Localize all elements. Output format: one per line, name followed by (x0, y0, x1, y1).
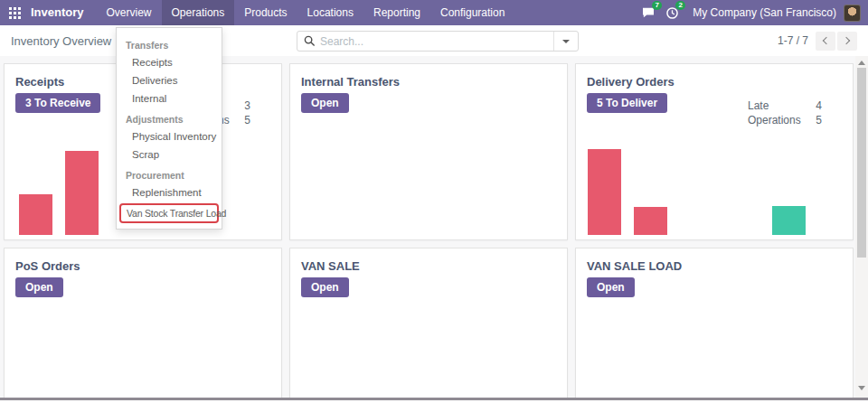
chart-bar (588, 149, 621, 235)
top-navbar: Inventory Overview Operations Products L… (0, 0, 868, 25)
card-stats: Late 4 Operations 5 (748, 98, 822, 127)
search-icon (304, 35, 316, 47)
scroll-down-icon[interactable] (858, 386, 865, 390)
menu-item-internal[interactable]: Internal (117, 89, 222, 108)
card-title[interactable]: VAN SALE (301, 259, 556, 273)
chart-bar (772, 206, 806, 235)
nav-item-operations[interactable]: Operations (162, 0, 235, 25)
user-avatar[interactable] (844, 5, 861, 22)
to-deliver-button[interactable]: 5 To Deliver (587, 93, 667, 113)
nav-item-locations[interactable]: Locations (297, 0, 363, 25)
card-title[interactable]: VAN SALE LOAD (587, 259, 842, 273)
nav-item-products[interactable]: Products (234, 0, 297, 25)
app-brand[interactable]: Inventory (29, 0, 97, 25)
pager-range: 1-7 / 7 (778, 34, 808, 47)
scrollbar-thumb[interactable] (857, 68, 866, 258)
card-title[interactable]: Delivery Orders (587, 75, 842, 89)
stat-operations[interactable]: Operations 5 (748, 113, 822, 127)
chevron-down-icon (562, 40, 570, 47)
menu-section-transfers: Transfers (117, 33, 222, 53)
chart-bar (19, 194, 52, 235)
card-title[interactable]: Internal Transfers (301, 75, 556, 89)
pager-previous-button[interactable] (816, 32, 835, 51)
pager-next-button[interactable] (837, 32, 857, 51)
card-delivery-orders: Delivery Orders 5 To Deliver Late 4 Oper… (575, 63, 854, 240)
navbar-right: 7 2 My Company (San Francisco) (637, 0, 868, 25)
nav-item-configuration[interactable]: Configuration (430, 0, 514, 25)
chart-bar (65, 151, 99, 235)
breadcrumb: Inventory Overview (11, 34, 111, 48)
search-filters-toggle[interactable] (553, 32, 578, 51)
card-internal-transfers: Internal Transfers Open (289, 63, 568, 240)
operations-dropdown-menu: Transfers Receipts Deliveries Internal A… (116, 27, 222, 230)
chevron-right-icon (843, 37, 850, 44)
company-menu[interactable]: My Company (San Francisco) (684, 0, 844, 25)
menu-item-scrap[interactable]: Scrap (117, 145, 222, 164)
card-pos-orders: PoS Orders Open (4, 248, 282, 398)
open-button[interactable]: Open (15, 277, 63, 297)
open-button[interactable]: Open (587, 277, 635, 297)
messages-button[interactable]: 7 (637, 0, 660, 25)
open-button[interactable]: Open (301, 277, 349, 297)
nav-item-reporting[interactable]: Reporting (363, 0, 430, 25)
vertical-scrollbar[interactable] (855, 56, 868, 398)
menu-item-physical-inventory[interactable]: Physical Inventory (117, 127, 222, 145)
to-receive-button[interactable]: 3 To Receive (15, 93, 100, 113)
menu-section-procurement: Procurement (117, 164, 222, 183)
pager: 1-7 / 7 (778, 32, 857, 51)
card-van-sale: VAN SALE Open (289, 248, 568, 398)
search-box (297, 31, 579, 52)
apps-grid-icon (9, 7, 21, 19)
menu-item-receipts[interactable]: Receipts (117, 53, 222, 71)
chevron-left-icon (823, 37, 830, 44)
menu-item-van-stock-transfer-load[interactable]: Van Stock Transfer Load (119, 203, 219, 223)
delivery-bar-chart (583, 145, 845, 235)
stat-late[interactable]: Late 4 (748, 98, 822, 113)
menu-item-deliveries[interactable]: Deliveries (117, 71, 222, 89)
nav-item-overview[interactable]: Overview (97, 0, 162, 25)
card-van-sale-load: VAN SALE LOAD Open (575, 248, 854, 398)
open-button[interactable]: Open (301, 93, 349, 113)
activities-button[interactable]: 2 (660, 0, 684, 25)
card-title[interactable]: PoS Orders (15, 259, 270, 273)
menu-item-replenishment[interactable]: Replenishment (117, 183, 222, 202)
chart-bar (634, 207, 667, 235)
scroll-up-icon[interactable] (858, 61, 865, 65)
menu-section-adjustments: Adjustments (117, 108, 222, 127)
search-input[interactable] (320, 35, 553, 48)
apps-menu-button[interactable] (0, 0, 29, 25)
